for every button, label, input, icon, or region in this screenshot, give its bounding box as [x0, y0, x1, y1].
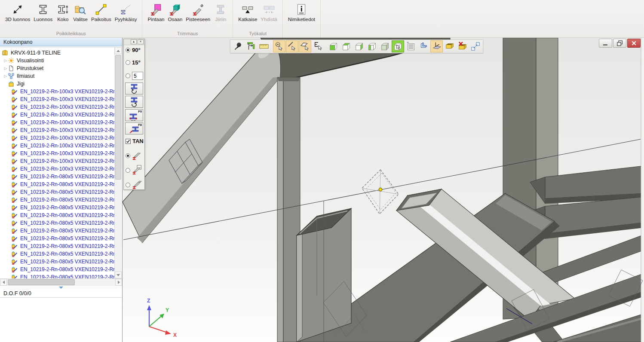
- minimize-button[interactable]: [599, 39, 612, 48]
- radio-15-icon[interactable]: [126, 60, 130, 65]
- tree-item-profile[interactable]: EN_10219-2-Rn-080x5 VXEN10219-2-Rn-0: [0, 211, 115, 219]
- tree-item-profile[interactable]: EN_10219-2-Rn-080x5 VXEN10219-2-Rn-0: [0, 242, 115, 250]
- cube-shaded-icon[interactable]: [379, 40, 391, 52]
- radio-90-icon[interactable]: [126, 48, 130, 52]
- tree-item-profile[interactable]: EN_10219-2-Rn-100x3 VXEN10219-2-Rn-1: [0, 150, 115, 157]
- tree-root[interactable]: KRVX-911-9 TELINE: [0, 49, 115, 57]
- cube-right-icon[interactable]: [353, 40, 365, 52]
- scroll-right-button[interactable]: [115, 279, 122, 286]
- ribbon-button-sweep[interactable]: Pyyhkäisy: [113, 2, 139, 23]
- tree-item-profile[interactable]: EN_10219-2-Rn-100x3 VXEN10219-2-Rn-1: [0, 119, 115, 126]
- cube-top-icon[interactable]: [340, 40, 353, 52]
- radio-custom-icon[interactable]: [126, 73, 130, 78]
- pin-icon[interactable]: [232, 40, 244, 52]
- flip-f9-button[interactable]: F9: [125, 109, 143, 121]
- select-box-icon[interactable]: [392, 40, 404, 52]
- ribbon-button-trim-surface[interactable]: Pintaan: [146, 2, 166, 23]
- flip-f8-button[interactable]: F8: [125, 122, 143, 134]
- place-single-beam-radio[interactable]: [126, 153, 130, 158]
- tree-horizontal-scrollbar[interactable]: [0, 278, 122, 286]
- scroll-left-button[interactable]: [0, 279, 7, 286]
- place-single-beam-option[interactable]: [124, 148, 144, 162]
- tree-node-variants[interactable]: ▷Ilmiasut: [0, 72, 115, 80]
- tangent-option[interactable]: TAN: [124, 136, 144, 145]
- tree-item-profile[interactable]: EN_10219-2-Rn-100x3 VXEN10219-2-Rn-1: [0, 142, 115, 150]
- tan-checkbox[interactable]: [126, 139, 131, 144]
- expander-icon[interactable]: ▷: [3, 58, 8, 63]
- tree-item-profile[interactable]: EN_10219-2-Rn-100x3 VXEN10219-2-Rn-1: [0, 157, 115, 165]
- angle-option-90[interactable]: 90°: [124, 45, 144, 54]
- tray-delete-icon[interactable]: [456, 40, 469, 52]
- scroll-up-button[interactable]: [115, 47, 122, 54]
- tree-item-profile[interactable]: EN_10219-2-Rn-080x5 VXEN10219-2-Rn-0: [0, 219, 115, 227]
- expander-icon[interactable]: ▷: [3, 74, 8, 78]
- tree-item-profile[interactable]: EN_10219-2-Rn-080x5 VXEN10219-2-Rn-0: [0, 204, 115, 211]
- tree-item-profile[interactable]: EN_10219-2-Rn-080x5 VXEN10219-2-Rn-0: [0, 273, 115, 278]
- tree-item-profile[interactable]: EN_10219-2-Rn-080x5 VXEN10219-2-Rn-0: [0, 188, 115, 196]
- tree-node-page[interactable]: ▷Piirustukset: [0, 64, 115, 72]
- tree-vertical-scrollbar[interactable]: [114, 47, 122, 278]
- tree-node-sun[interactable]: ▷Visualisointi: [0, 57, 115, 64]
- vertical-scroll-thumb[interactable]: [115, 55, 121, 180]
- panel-splitter[interactable]: [0, 286, 122, 289]
- tree-item-profile[interactable]: EN_10219-2-Rn-100x3 VXEN10219-2-Rn-1: [0, 165, 115, 173]
- tree-item-profile[interactable]: EN_10219-2-Rn-100x3 VXEN10219-2-Rn-1: [0, 95, 115, 103]
- ribbon-button-item-info[interactable]: Nimiketiedot: [286, 2, 317, 23]
- cube-left-icon[interactable]: [366, 40, 378, 52]
- place-beam-to-face-radio[interactable]: [126, 168, 130, 173]
- viewport-3d[interactable]: ▲ ✕ 90° 15° F9F8 TAN: [123, 38, 644, 342]
- ribbon-button-placement[interactable]: Paikoitus: [89, 2, 113, 23]
- ribbon-button-sketch-3d[interactable]: 3D luonnos: [3, 2, 32, 23]
- ruler-icon[interactable]: [258, 40, 270, 52]
- list-icon[interactable]: [405, 40, 417, 52]
- tree-item-profile[interactable]: EN_10219-2-Rn-080x5 VXEN10219-2-Rn-0: [0, 180, 115, 188]
- palette-collapse-button[interactable]: ▲: [131, 40, 137, 44]
- restore-button[interactable]: [613, 39, 626, 48]
- pick-part-icon[interactable]: [312, 40, 324, 52]
- ref-plane-icon[interactable]: [245, 40, 257, 52]
- close-button[interactable]: [627, 39, 641, 48]
- ribbon-button-trim-part[interactable]: Osaan: [166, 2, 184, 23]
- place-multiple-beams-option[interactable]: [124, 177, 144, 192]
- tree-item-profile[interactable]: EN_10219-2-Rn-080x5 VXEN10219-2-Rn-0: [0, 258, 115, 266]
- ribbon-button-split[interactable]: Katkaise: [236, 2, 259, 23]
- tree-item-profile[interactable]: EN_10219-2-Rn-080x5 VXEN10219-2-Rn-0: [0, 227, 115, 235]
- custom-angle-input[interactable]: [132, 72, 143, 80]
- angle-option-15[interactable]: 15°: [124, 58, 144, 67]
- tree-item-profile[interactable]: EN_10219-2-Rn-100x3 VXEN10219-2-Rn-1: [0, 126, 115, 134]
- snap-line-icon[interactable]: [286, 40, 298, 52]
- tray-icon[interactable]: [443, 40, 456, 52]
- scroll-down-button[interactable]: [115, 272, 122, 278]
- tree-item-profile[interactable]: EN_10219-2-Rn-100x3 VXEN10219-2-Rn-1: [0, 88, 115, 95]
- tree-item-profile[interactable]: EN_10219-2-Rn-080x5 VXEN10219-2-Rn-0: [0, 266, 115, 273]
- ribbon-button-trim-point[interactable]: Pisteeseen: [184, 2, 212, 23]
- place-multiple-beams-radio[interactable]: [126, 183, 130, 187]
- angle-option-custom[interactable]: [124, 70, 144, 81]
- ribbon-button-profile[interactable]: Luonnos: [32, 2, 54, 23]
- tree-item-profile[interactable]: EN_10219-2-Rn-100x3 VXEN10219-2-Rn-1: [0, 103, 115, 111]
- l-profile-icon[interactable]: [417, 40, 430, 52]
- tree-node-jig[interactable]: Jigi: [0, 80, 115, 88]
- snap-face-icon[interactable]: [299, 40, 311, 52]
- snap-point-marker[interactable]: [379, 188, 382, 191]
- tree-item-profile[interactable]: EN_10219-2-Rn-080x5 VXEN10219-2-Rn-0: [0, 173, 115, 180]
- expander-icon[interactable]: ▷: [3, 66, 8, 70]
- ribbon-button-join[interactable]: Yhdistä: [259, 2, 279, 23]
- cube-solid-icon[interactable]: [327, 40, 340, 52]
- palette-close-button[interactable]: ✕: [138, 40, 144, 44]
- tree-item-profile[interactable]: EN_10219-2-Rn-080x5 VXEN10219-2-Rn-0: [0, 250, 115, 258]
- expand-icon[interactable]: [469, 40, 481, 52]
- rotate-cw-button[interactable]: [125, 96, 143, 108]
- ribbon-button-profile-size[interactable]: Koko: [54, 2, 71, 23]
- horizontal-scroll-thumb[interactable]: [8, 279, 75, 285]
- tree-item-profile[interactable]: EN_10219-2-Rn-100x3 VXEN10219-2-Rn-1: [0, 134, 115, 142]
- tree-item-profile[interactable]: EN_10219-2-Rn-080x5 VXEN10219-2-Rn-0: [0, 196, 115, 204]
- place-beam-to-face-option[interactable]: [124, 162, 144, 177]
- snap-center-icon[interactable]: [273, 40, 285, 52]
- tree-item-profile[interactable]: EN_10219-2-Rn-080x5 VXEN10219-2-Rn-0: [0, 235, 115, 242]
- ribbon-button-folder-search[interactable]: Valitse: [71, 2, 89, 23]
- sketch-plane-icon[interactable]: [430, 40, 443, 52]
- tree-item-profile[interactable]: EN_10219-2-Rn-100x3 VXEN10219-2-Rn-1: [0, 111, 115, 119]
- ribbon-button-miter[interactable]: Jiiriin: [212, 2, 229, 23]
- rotate-ccw-button[interactable]: [125, 82, 143, 95]
